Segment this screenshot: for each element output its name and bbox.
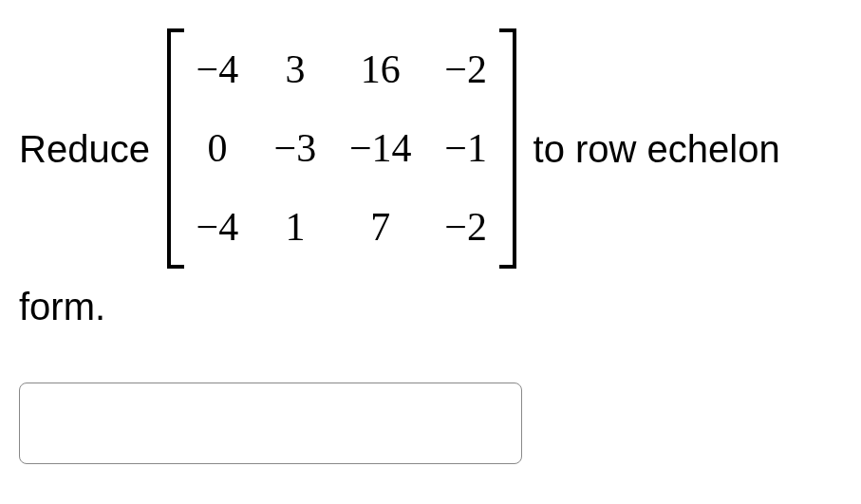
matrix-cell: 1 bbox=[271, 197, 319, 257]
text-trailing: form. bbox=[19, 278, 842, 335]
matrix-cell: −1 bbox=[442, 119, 490, 178]
matrix-cell: −4 bbox=[194, 40, 241, 100]
matrix-cell: 3 bbox=[271, 40, 319, 100]
text-before-matrix: Reduce bbox=[19, 121, 150, 177]
matrix-cell: 16 bbox=[349, 40, 412, 100]
matrix-cell: −2 bbox=[442, 40, 490, 100]
matrix-grid: −4 3 16 −2 0 −3 −14 −1 −4 1 7 −2 bbox=[180, 28, 503, 269]
problem-statement: Reduce −4 3 16 −2 0 −3 −14 −1 −4 1 7 −2 … bbox=[19, 28, 842, 335]
matrix-cell: −2 bbox=[442, 197, 490, 257]
matrix-cell: 0 bbox=[194, 119, 241, 178]
matrix-cell: −4 bbox=[194, 197, 241, 257]
bracket-right-icon bbox=[503, 28, 516, 269]
matrix-cell: −14 bbox=[349, 119, 412, 178]
answer-input[interactable] bbox=[19, 383, 522, 464]
matrix: −4 3 16 −2 0 −3 −14 −1 −4 1 7 −2 bbox=[167, 28, 516, 269]
matrix-cell: −3 bbox=[271, 119, 319, 178]
text-after-matrix: to row echelon bbox=[533, 121, 780, 177]
bracket-left-icon bbox=[167, 28, 180, 269]
matrix-cell: 7 bbox=[349, 197, 412, 257]
